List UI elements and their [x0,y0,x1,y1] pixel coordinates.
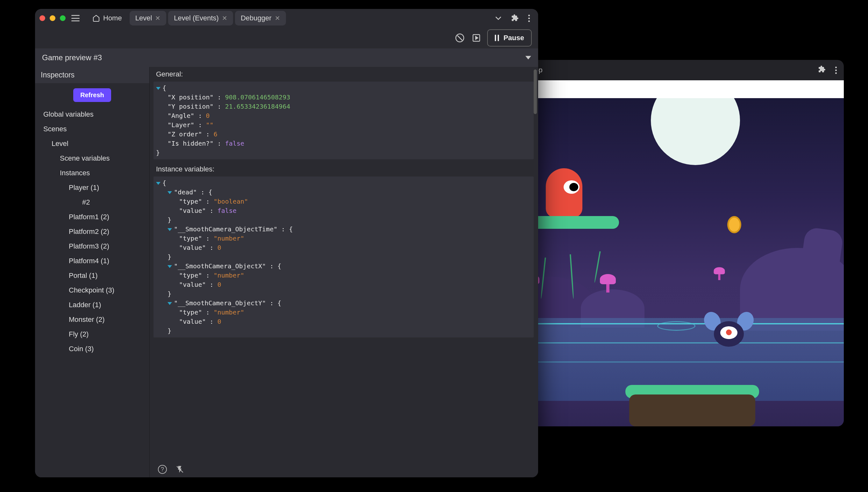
mushroom-sprite [714,267,725,280]
editor-window: Home Level ✕ Level (Events) ✕ Debugger ✕ [35,9,538,477]
caret-icon[interactable] [156,182,160,185]
tab-level-label: Level [135,14,152,22]
editor-scrollbar[interactable] [534,70,537,452]
close-tab-icon[interactable]: ✕ [275,14,280,22]
tree-instance-item[interactable]: Platform2 (2) [35,224,146,239]
dropdown-caret-icon [525,56,531,59]
refresh-button[interactable]: Refresh [73,88,111,102]
game-preview-label: Game preview #3 [42,53,102,62]
inspector-detail-pane: General: { "X position" : 908.0706146508… [150,67,538,477]
ripple-sprite [657,321,695,331]
close-tab-icon[interactable]: ✕ [222,14,227,22]
svg-marker-3 [476,36,478,39]
caret-icon[interactable] [156,87,160,90]
tree-instance-item[interactable]: Monster (2) [35,312,146,327]
pause-button[interactable]: Pause [487,29,532,47]
fly-enemy-sprite [708,315,749,347]
home-icon [93,14,100,22]
tree-instance-item[interactable]: Portal (1) [35,268,146,283]
game-canvas[interactable] [504,98,844,426]
tree-instance-item[interactable]: Player (1) [35,180,146,195]
tree-scene-variables[interactable]: Scene variables [35,151,146,166]
json-footer: ? [150,461,538,477]
tab-level[interactable]: Level ✕ [130,11,166,25]
scrollbar-thumb[interactable] [534,70,537,114]
close-window-button[interactable] [40,15,45,21]
tree-scenes[interactable]: Scenes [35,122,146,137]
tree-instance-item[interactable]: Platform3 (2) [35,239,146,254]
pause-button-label: Pause [503,34,524,42]
topbar-actions [495,14,534,23]
general-section-label: General: [150,67,538,81]
caret-icon[interactable] [167,228,172,231]
tab-debugger[interactable]: Debugger ✕ [235,11,286,25]
pause-icon [495,35,499,41]
tree-level[interactable]: Level [35,137,146,151]
extensions-icon[interactable] [511,14,519,23]
game-preview-selector[interactable]: Game preview #3 [35,48,538,67]
maximize-window-button[interactable] [60,15,65,21]
game-preview-window: GDevelop ntml [504,60,844,426]
wave-line [504,342,844,344]
tree-instance-item[interactable]: Fly (2) [35,327,146,342]
play-button[interactable] [471,32,482,44]
tree-instance-item[interactable]: Platform1 (2) [35,210,146,224]
inspectors-sidebar: Inspectors Refresh Global variables Scen… [35,67,150,477]
editor-topbar: Home Level ✕ Level (Events) ✕ Debugger ✕ [35,9,538,27]
general-json-block[interactable]: { "X position" : 908.0706146508293 "Y po… [154,81,534,159]
window-controls [40,15,65,21]
instance-variables-label: Instance variables: [150,162,538,176]
tab-level-events-label: Level (Events) [174,14,219,22]
game-address-bar[interactable]: ntml [504,80,844,98]
tab-debugger-label: Debugger [241,14,271,22]
caret-icon[interactable] [167,302,172,305]
tree-instance-item[interactable]: Platform4 (1) [35,254,146,268]
extensions-icon[interactable] [818,65,826,75]
game-window-titlebar: GDevelop [504,60,844,80]
tree-instance-item[interactable]: Ladder (1) [35,298,146,312]
editor-tabs: Home Level ✕ Level (Events) ✕ Debugger ✕ [87,11,288,25]
inspectors-tree[interactable]: Global variables Scenes Level Scene vari… [35,107,149,477]
instance-variables-json-block[interactable]: { "dead" : { "type" : "boolean" "value" … [154,176,534,338]
coin-sprite [727,216,741,233]
tree-global-variables[interactable]: Global variables [35,107,146,122]
tree-instance-item[interactable]: Checkpoint (3) [35,283,146,298]
menu-icon[interactable] [71,15,80,21]
tree-instances[interactable]: Instances [35,166,146,180]
wave-line [504,361,844,363]
moon-sprite [651,98,740,165]
ground-platform-sprite [625,385,759,426]
debugger-actionbar: Pause [35,27,538,48]
inspectors-title: Inspectors [35,67,149,83]
tree-instance-item[interactable]: Coin (3) [35,342,146,356]
game-more-menu-icon[interactable] [835,67,837,74]
tree-instance-item[interactable]: #2 [35,195,146,210]
more-menu-icon[interactable] [528,15,530,22]
stop-button[interactable] [454,32,466,44]
player-sprite [546,168,582,218]
flash-off-icon[interactable] [176,465,184,474]
tab-home-label: Home [103,14,122,22]
caret-icon[interactable] [167,191,172,194]
svg-marker-4 [525,56,531,59]
chevron-down-icon[interactable] [495,16,501,20]
close-tab-icon[interactable]: ✕ [155,14,160,22]
help-icon[interactable]: ? [158,465,167,474]
tab-home[interactable]: Home [87,11,128,25]
caret-icon[interactable] [167,265,172,268]
tab-level-events[interactable]: Level (Events) ✕ [168,11,233,25]
minimize-window-button[interactable] [50,15,55,21]
svg-line-1 [457,36,462,41]
